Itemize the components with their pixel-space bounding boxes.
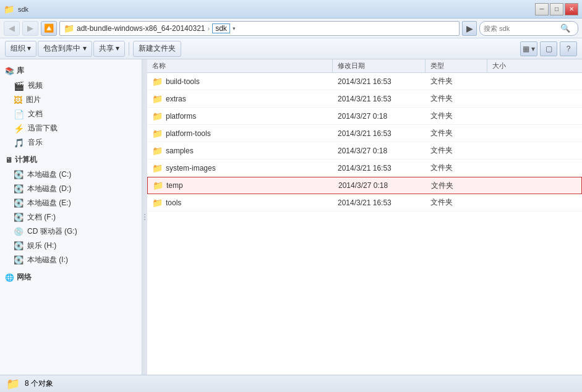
minimize-button[interactable]: ─ [535,3,549,15]
path-dropdown-icon[interactable]: ▾ [233,25,236,32]
sidebar-item-drive-d[interactable]: 💽 本地磁盘 (D:) [0,182,142,196]
videos-icon: 🎬 [14,81,24,91]
sidebar-library-header: 📚 库 [0,63,142,79]
file-date-cell: 2014/3/21 16:53 [333,95,426,103]
sidebar-music-label: 音乐 [28,137,43,148]
file-name-text: build-tools [166,77,200,86]
drive-h-label: 娱乐 (H:) [27,241,56,251]
file-name-text: system-images [166,164,216,173]
file-row[interactable]: 📁 samples 2014/3/27 0:18 文件夹 [147,142,582,160]
file-folder-icon: 📁 [152,129,163,138]
address-bar: ◀ ▶ 🔼 📁 adt-bundle-windows-x86_64-201403… [0,19,582,38]
resize-handle[interactable] [142,59,147,375]
file-date-cell: 2014/3/21 16:53 [333,129,426,138]
sidebar-network-header[interactable]: 🌐 网络 [0,270,142,285]
file-row[interactable]: 📁 build-tools 2014/3/21 16:53 文件夹 [147,73,582,90]
file-list-header: 名称 修改日期 类型 大小 [147,59,582,73]
sidebar-section-library: 📚 库 🎬 视频 🖼 图片 📄 文档 ⚡ 迅雷下载 🎵 音乐 [0,63,142,150]
resize-dot-2 [144,216,145,218]
drive-e-icon: 💽 [14,198,24,208]
sidebar-section-network: 🌐 网络 [0,270,142,285]
search-box[interactable]: 🔍 [479,21,578,36]
sidebar-item-xunlei[interactable]: ⚡ 迅雷下载 [0,121,142,135]
title-bar: 📁 sdk ─ □ ✕ [0,0,582,19]
sidebar-item-music[interactable]: 🎵 音乐 [0,135,142,150]
file-name-cell: 📁 platforms [147,111,333,121]
file-folder-icon: 📁 [152,111,163,121]
resize-dots [144,214,145,220]
file-name-text: temp [166,181,183,190]
forward-button[interactable]: ▶ [22,21,38,36]
drive-g-icon: 💿 [14,227,24,236]
file-folder-icon: 📁 [152,77,163,87]
address-path[interactable]: 📁 adt-bundle-windows-x86_64-20140321 › s… [59,21,460,36]
sidebar-item-drive-f[interactable]: 💽 文档 (F:) [0,210,142,224]
search-input[interactable] [484,25,558,32]
file-list: 📁 build-tools 2014/3/21 16:53 文件夹 📁 extr… [147,73,582,375]
music-icon: 🎵 [14,138,24,148]
view-button[interactable]: ▦ ▾ [520,41,537,56]
xunlei-icon: ⚡ [14,124,24,134]
sidebar-videos-label: 视频 [28,80,43,91]
library-icon: 📚 [5,67,14,75]
path-part-1[interactable]: adt-bundle-windows-x86_64-20140321 [77,24,205,33]
sidebar-item-drive-e[interactable]: 💽 本地磁盘 (E:) [0,196,142,210]
up-button[interactable]: 🔼 [41,21,57,36]
drive-c-icon: 💽 [14,170,24,179]
file-type-cell: 文件夹 [426,128,487,138]
file-type-cell: 文件夹 [426,181,488,191]
close-button[interactable]: ✕ [565,3,578,15]
file-name-text: samples [166,147,194,155]
sidebar-network-label: 网络 [17,272,32,283]
organize-button[interactable]: 组织 ▾ [5,41,36,57]
file-name-cell: 📁 platform-tools [147,129,333,138]
file-name-cell: 📁 build-tools [147,77,333,87]
title-bar-controls: ─ □ ✕ [535,3,578,15]
drive-i-icon: 💽 [14,255,24,265]
file-row[interactable]: 📁 temp 2014/3/27 0:18 文件夹 [147,177,582,194]
sidebar-item-documents[interactable]: 📄 文档 [0,107,142,121]
new-folder-button[interactable]: 新建文件夹 [133,41,181,57]
search-icon: 🔍 [560,23,570,33]
file-name-cell: 📁 tools [147,198,333,208]
sidebar-item-drive-g[interactable]: 💿 CD 驱动器 (G:) [0,224,142,239]
file-date-cell: 2014/3/27 0:18 [333,112,426,121]
file-row[interactable]: 📁 tools 2014/3/21 16:53 文件夹 [147,194,582,211]
path-part-2[interactable]: sdk [212,23,230,33]
file-date-cell: 2014/3/21 16:53 [333,164,426,173]
file-row[interactable]: 📁 platforms 2014/3/27 0:18 文件夹 [147,108,582,125]
toolbar-right: ▦ ▾ ▢ ? [520,41,577,56]
share-button[interactable]: 共享 ▾ [93,41,125,57]
col-header-date[interactable]: 修改日期 [333,59,426,72]
sidebar-library-label: 库 [17,66,24,76]
network-icon: 🌐 [5,273,14,282]
library-button[interactable]: 包含到库中 ▾ [38,41,92,57]
help-button[interactable]: ? [560,41,577,56]
col-header-type[interactable]: 类型 [426,59,487,72]
sidebar-item-drive-c[interactable]: 💽 本地磁盘 (C:) [0,168,142,182]
go-button[interactable]: ▶ [462,21,477,36]
drive-f-icon: 💽 [14,213,24,222]
maximize-button[interactable]: □ [550,3,563,15]
path-separator: › [207,25,210,32]
col-header-size[interactable]: 大小 [487,59,537,72]
preview-button[interactable]: ▢ [540,41,557,56]
file-row[interactable]: 📁 system-images 2014/3/21 16:53 文件夹 [147,160,582,177]
drive-d-icon: 💽 [14,184,24,194]
file-row[interactable]: 📁 extras 2014/3/21 16:53 文件夹 [147,90,582,108]
file-name-text: platforms [166,112,196,121]
sidebar-item-pictures[interactable]: 🖼 图片 [0,93,142,107]
drive-i-label: 本地磁盘 (I:) [27,255,68,265]
col-header-name[interactable]: 名称 [147,59,333,72]
sidebar-item-videos[interactable]: 🎬 视频 [0,79,142,93]
drive-h-icon: 💽 [14,241,24,250]
file-row[interactable]: 📁 platform-tools 2014/3/21 16:53 文件夹 [147,125,582,142]
file-folder-icon: 📁 [152,94,163,104]
sidebar-item-drive-i[interactable]: 💽 本地磁盘 (I:) [0,253,142,267]
file-name-text: platform-tools [166,129,211,138]
sidebar-computer-label: 计算机 [15,155,37,165]
status-text: 8 个对象 [25,378,53,389]
back-button[interactable]: ◀ [4,21,20,36]
file-folder-icon: 📁 [152,146,163,156]
sidebar-item-drive-h[interactable]: 💽 娱乐 (H:) [0,239,142,253]
